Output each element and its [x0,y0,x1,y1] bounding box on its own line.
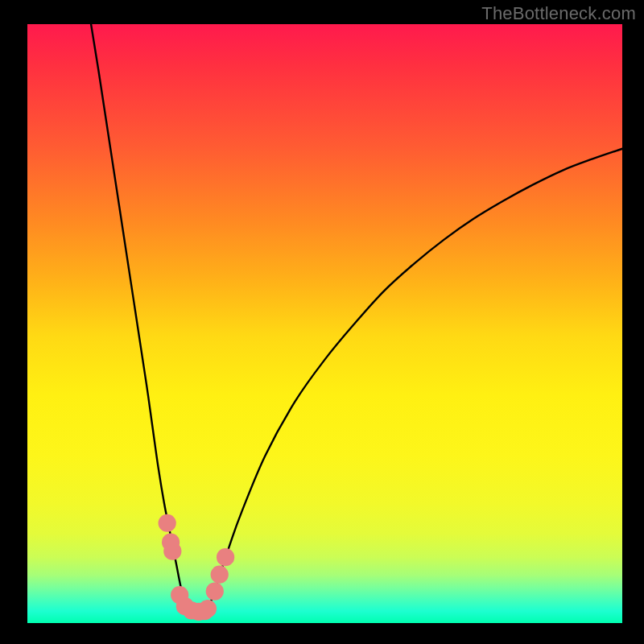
data-marker [199,600,217,617]
data-marker [206,582,224,600]
data-marker [163,543,181,560]
watermark-text: TheBottleneck.com [481,3,636,24]
right-curve [208,149,622,609]
image-frame: TheBottleneck.com [0,0,644,644]
data-marker [211,566,229,584]
data-marker [217,548,234,566]
marker-layer [159,514,235,621]
chart-svg [27,24,622,623]
data-marker [159,514,176,532]
